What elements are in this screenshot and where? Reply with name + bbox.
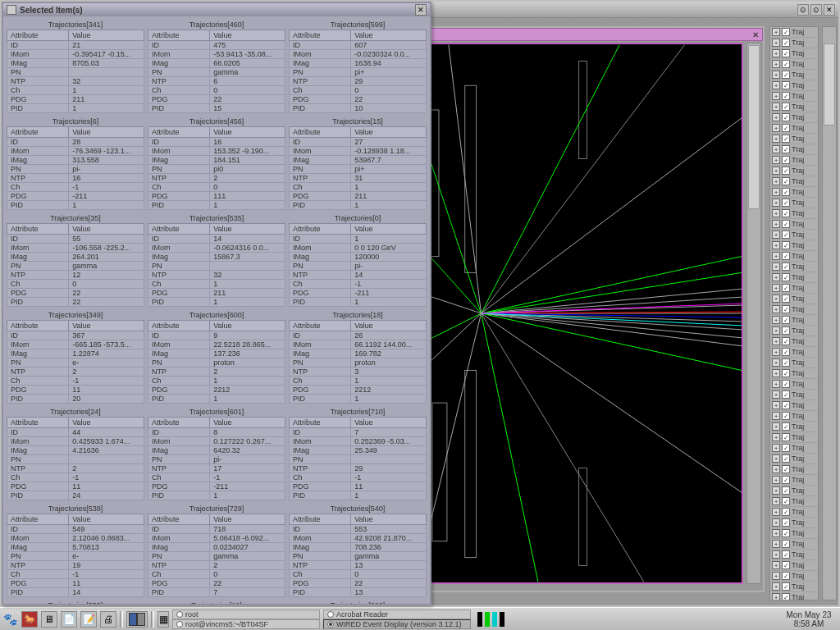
table-row[interactable]: PNgamma bbox=[290, 552, 427, 561]
tree-item[interactable]: +✓Traj bbox=[770, 496, 818, 507]
table-row[interactable]: NTP19 bbox=[7, 561, 144, 570]
table-row[interactable]: PID1 bbox=[290, 491, 427, 500]
table-row[interactable]: NTP29 bbox=[290, 77, 427, 86]
table-row[interactable]: IMag184.151 bbox=[148, 156, 285, 165]
tree-expand-icon[interactable]: + bbox=[772, 316, 780, 324]
tree-item[interactable]: +✓Traj bbox=[770, 592, 818, 600]
table-row[interactable]: NTP2 bbox=[7, 368, 144, 377]
tree-checkbox[interactable]: ✓ bbox=[782, 326, 790, 335]
tree-expand-icon[interactable]: + bbox=[772, 508, 780, 516]
col-value[interactable]: Value bbox=[69, 127, 144, 138]
task-acrobat[interactable]: Acrobat Reader bbox=[323, 609, 471, 619]
table-row[interactable]: IMag66.0205 bbox=[148, 59, 285, 68]
tree-item[interactable]: +✓Traj bbox=[770, 550, 818, 560]
tree-item[interactable]: +✓Traj bbox=[770, 518, 818, 528]
tree-checkbox[interactable]: ✓ bbox=[782, 422, 790, 431]
tree-checkbox[interactable]: ✓ bbox=[782, 92, 790, 100]
table-row[interactable]: IMom153.352 -9.190... bbox=[148, 147, 285, 156]
table-row[interactable]: ID26 bbox=[290, 331, 427, 340]
tree-checkbox[interactable]: ✓ bbox=[782, 199, 790, 207]
table-row[interactable]: Ch0 bbox=[290, 86, 427, 95]
table-row[interactable]: ID718 bbox=[148, 525, 285, 534]
tree-expand-icon[interactable]: + bbox=[772, 550, 780, 559]
col-value[interactable]: Value bbox=[351, 321, 427, 331]
table-row[interactable]: IMom-0.128938 1.18... bbox=[290, 147, 427, 156]
tree-checkbox[interactable]: ✓ bbox=[782, 572, 790, 580]
table-row[interactable]: PNproton bbox=[148, 358, 285, 368]
table-row[interactable]: PNe- bbox=[7, 552, 144, 561]
tree-expand-icon[interactable]: + bbox=[772, 124, 780, 132]
tree-expand-icon[interactable]: + bbox=[772, 390, 780, 399]
tree-expand-icon[interactable]: + bbox=[772, 92, 780, 100]
table-row[interactable]: IMag1.22874 bbox=[7, 349, 144, 358]
table-row[interactable]: PID1 bbox=[148, 201, 285, 210]
tree-expand-icon[interactable]: + bbox=[772, 593, 780, 600]
tree-checkbox[interactable]: ✓ bbox=[782, 582, 790, 591]
tree-expand-icon[interactable]: + bbox=[772, 199, 780, 207]
table-row[interactable]: IMag0.0234027 bbox=[148, 543, 285, 552]
table-row[interactable]: ID44 bbox=[7, 428, 144, 437]
event-scrollbar-thumb[interactable] bbox=[748, 45, 760, 209]
table-row[interactable]: ID8 bbox=[148, 428, 285, 437]
tree-item[interactable]: +✓Traj bbox=[770, 272, 818, 283]
tree-expand-icon[interactable]: + bbox=[772, 337, 780, 345]
col-attribute[interactable]: Attribute bbox=[148, 514, 210, 525]
tree-checkbox[interactable]: ✓ bbox=[782, 476, 790, 484]
table-row[interactable]: PN bbox=[7, 68, 144, 77]
tree-checkbox[interactable]: ✓ bbox=[782, 550, 790, 559]
table-row[interactable]: IMom-0.0230324 0.0... bbox=[290, 50, 427, 59]
table-row[interactable]: PDG2212 bbox=[148, 386, 285, 395]
table-row[interactable]: PID7 bbox=[148, 588, 285, 597]
table-row[interactable]: NTP17 bbox=[148, 464, 285, 473]
table-row[interactable]: NTP12 bbox=[7, 271, 144, 280]
tree-expand-icon[interactable]: + bbox=[772, 273, 780, 281]
table-row[interactable]: ID475 bbox=[148, 41, 285, 50]
tree-item[interactable]: +✓Traj bbox=[770, 475, 818, 486]
table-row[interactable]: PDG-211 bbox=[148, 482, 285, 491]
col-value[interactable]: Value bbox=[351, 127, 427, 138]
tree-expand-icon[interactable]: + bbox=[772, 156, 780, 164]
tree-checkbox[interactable]: ✓ bbox=[782, 540, 790, 548]
table-row[interactable]: PDG111 bbox=[148, 192, 285, 201]
tree-expand-icon[interactable]: + bbox=[772, 433, 780, 441]
selected-content[interactable]: Trajectories[341]AttributeValueID21IMom-… bbox=[3, 16, 430, 604]
col-value[interactable]: Value bbox=[69, 224, 144, 235]
table-row[interactable]: PNpi- bbox=[290, 262, 427, 271]
tree-expand-icon[interactable]: + bbox=[772, 465, 780, 473]
selected-sysmenu-icon[interactable] bbox=[7, 5, 16, 15]
tree-item[interactable]: +✓Traj bbox=[770, 390, 818, 400]
table-row[interactable]: PDG211 bbox=[7, 95, 144, 104]
tree-expand-icon[interactable]: + bbox=[772, 113, 780, 121]
tree-expand-icon[interactable]: + bbox=[772, 81, 780, 89]
table-row[interactable]: NTP31 bbox=[290, 174, 427, 183]
col-value[interactable]: Value bbox=[69, 321, 144, 331]
tree-expand-icon[interactable]: + bbox=[772, 529, 780, 537]
table-row[interactable]: Ch1 bbox=[290, 183, 427, 192]
table-row[interactable]: PDG22 bbox=[7, 289, 144, 298]
minimize-button[interactable]: ⊙ bbox=[797, 4, 809, 16]
tree-item[interactable]: +✓Traj bbox=[770, 560, 818, 571]
table-row[interactable]: PID1 bbox=[7, 104, 144, 113]
table-row[interactable]: PID1 bbox=[290, 201, 427, 210]
tree-checkbox[interactable]: ✓ bbox=[782, 369, 790, 377]
table-row[interactable]: PDG-211 bbox=[7, 192, 144, 201]
col-value[interactable]: Value bbox=[69, 418, 144, 428]
tree-checkbox[interactable]: ✓ bbox=[782, 284, 790, 292]
tree-expand-icon[interactable]: + bbox=[772, 145, 780, 153]
table-row[interactable]: PDG11 bbox=[290, 482, 427, 491]
tree-item[interactable]: +✓Traj bbox=[770, 166, 818, 176]
table-row[interactable]: IMom-106.558 -225.2... bbox=[7, 244, 144, 253]
tree-expand-icon[interactable]: + bbox=[772, 401, 780, 409]
tree-item[interactable]: +✓Traj bbox=[770, 48, 818, 59]
table-row[interactable]: PNpi0 bbox=[148, 165, 285, 174]
tree-item[interactable]: +✓Traj bbox=[770, 38, 818, 48]
tree-checkbox[interactable]: ✓ bbox=[782, 188, 790, 196]
table-row[interactable]: Ch-1 bbox=[7, 570, 144, 579]
event-close-icon[interactable]: ✕ bbox=[752, 30, 759, 39]
table-row[interactable]: PN bbox=[290, 455, 427, 464]
table-row[interactable]: NTP2 bbox=[148, 561, 285, 570]
table-row[interactable]: ID55 bbox=[7, 235, 144, 244]
table-row[interactable]: IMom0.127222 0.267... bbox=[148, 437, 285, 446]
col-value[interactable]: Value bbox=[351, 224, 427, 235]
tree-item[interactable]: +✓Traj bbox=[770, 368, 818, 379]
